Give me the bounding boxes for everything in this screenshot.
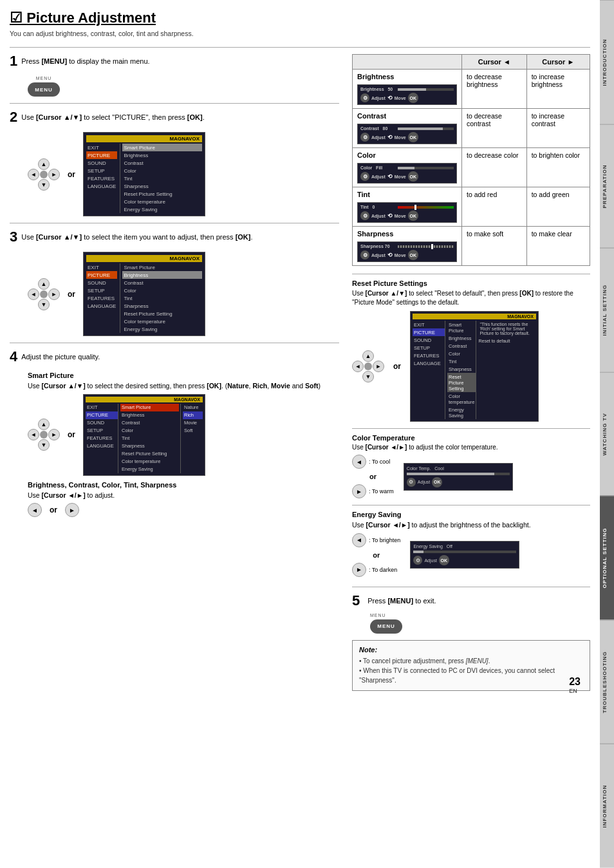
- menu-sound-2: SOUND: [86, 159, 117, 167]
- cursor-right-warm[interactable]: ►: [352, 484, 366, 498]
- rm-energy: Energy Saving: [447, 406, 476, 419]
- page-number: 23 EN: [569, 676, 581, 694]
- table-item-contrast: Contrast Contrast 80 ⚙ Adjust: [353, 109, 462, 148]
- side-tab-troubleshooting[interactable]: TROUBLESHOOTING: [600, 620, 614, 744]
- table-item-sharpness: Sharpness Sharpness 70: [353, 227, 462, 266]
- ok-btn-colortemp[interactable]: OK: [432, 477, 442, 487]
- rm-colortemp: Color temperature: [447, 392, 476, 406]
- step-1-text: Press [MENU] to display the main menu.: [21, 54, 149, 66]
- main-content: ☑ Picture Adjustment You can adjust brig…: [0, 0, 600, 701]
- arrow-down-reset[interactable]: ▼: [362, 371, 374, 382]
- arrow-down-smart[interactable]: ▼: [38, 439, 50, 451]
- energy-bar: Energy Saving Off ⚙ Adjust OK: [410, 541, 519, 569]
- menu-exit-3: EXIT: [86, 263, 117, 271]
- msub-contrast-3: Contrast: [122, 279, 202, 287]
- arrow-left-reset[interactable]: ◄: [352, 361, 364, 372]
- msub-smart-2: Smart Picture: [122, 144, 202, 151]
- menu-button-1[interactable]: MENU: [28, 82, 60, 97]
- rm-picture: PICTURE: [413, 328, 445, 336]
- arrow-up-btn-3[interactable]: ▲: [38, 278, 50, 290]
- rm-sharp: Sharpness: [447, 365, 476, 373]
- ok-btn-contrast[interactable]: OK: [408, 132, 418, 142]
- ok-btn-energy[interactable]: OK: [439, 555, 449, 565]
- cursor-right-brightness[interactable]: ►: [65, 503, 79, 517]
- smart-picture-text: Use [Cursor ▲/▼] to select the desired s…: [28, 381, 339, 391]
- energy-darken-row: ► : To darken: [352, 563, 400, 577]
- menu-setup-3: SETUP: [86, 287, 117, 294]
- brightness-section: Brightness, Contrast, Color, Tint, Sharp…: [28, 481, 339, 518]
- menu-language-2: LANGUAGE: [86, 182, 117, 190]
- side-tab-information[interactable]: INFORMATION: [600, 744, 614, 868]
- energy-arrows: ◄ : To brighten or ► : To darken: [352, 533, 400, 577]
- gear-icon-contrast: ⚙: [360, 133, 369, 142]
- center-dot-smart: [40, 431, 48, 439]
- cursor-left-cool[interactable]: ◄: [352, 455, 366, 469]
- arrow-left-btn-3[interactable]: ◄: [28, 288, 39, 300]
- arrow-right-btn-2[interactable]: ►: [48, 169, 60, 180]
- msub-smart-3: Smart Picture: [122, 263, 202, 271]
- tint-adj-bar: Tint 0 ⚙ Adjust ⟲: [357, 202, 457, 223]
- ok-btn-tint[interactable]: OK: [408, 211, 418, 221]
- menu-screenshot-2: MAGNAVOX EXIT PICTURE SOUND SETUP FEATUR…: [83, 132, 205, 216]
- reset-confirm-text: "This function resets the 'Rich' setting…: [478, 321, 536, 337]
- arrow-right-smart[interactable]: ►: [48, 429, 60, 440]
- gear-icon-sharp: ⚙: [360, 250, 369, 259]
- sm-setup: SETUP: [86, 427, 118, 435]
- side-tab-watching-tv[interactable]: WATCHING TV: [600, 372, 614, 496]
- menu-screenshot-3: MAGNAVOX EXIT PICTURE SOUND SETUP FEATUR…: [83, 252, 205, 336]
- left-column: 1 Press [MENU] to display the main menu.…: [10, 54, 339, 691]
- temp-cool-row: ◄ : To cool: [352, 455, 394, 469]
- brightness-illustration: ◄ or ►: [28, 503, 339, 517]
- msub-reset-2: Reset Picture Setting: [122, 190, 202, 198]
- reset-heading: Reset Picture Settings: [352, 274, 590, 287]
- table-row-contrast: Contrast Contrast 80 ⚙ Adjust: [353, 109, 590, 148]
- side-tab-introduction[interactable]: INTRODUCTION: [600, 0, 614, 124]
- ok-btn-brightness[interactable]: OK: [408, 93, 418, 103]
- msub-tint-3: Tint: [122, 294, 202, 302]
- msub-sharp-2: Sharpness: [122, 182, 202, 190]
- msub-colortemp-3: Color temperature: [122, 317, 202, 325]
- rm-color: Color: [447, 350, 476, 357]
- side-tab-optional-setting[interactable]: OPTIONAL SETTING: [600, 496, 614, 620]
- brightness-adj-bar: Brightness 50 ⚙ Adjust ⟲ Move OK: [357, 84, 457, 105]
- menu-button-5[interactable]: MENU: [370, 619, 402, 634]
- sm-picture: PICTURE: [86, 411, 118, 419]
- cursor-right-darken[interactable]: ►: [352, 563, 366, 577]
- sm-sharp: Sharpness: [120, 442, 179, 450]
- arrow-left-smart[interactable]: ◄: [28, 429, 39, 440]
- rm-contrast: Contrast: [447, 342, 476, 350]
- sm-tint: Tint: [120, 435, 179, 442]
- gear-icon-colortemp: ⚙: [407, 478, 416, 487]
- gear-icon-color: ⚙: [360, 172, 369, 181]
- arrow-down-btn-3[interactable]: ▼: [38, 299, 50, 310]
- arrow-right-reset[interactable]: ►: [373, 361, 384, 372]
- cursor-left-brightness[interactable]: ◄: [28, 503, 42, 517]
- sm-bright: Brightness: [120, 411, 179, 419]
- reset-brand: MAGNAVOX: [413, 314, 536, 319]
- color-temp-illustration: ◄ : To cool or ► : To warm Color Temp. C…: [352, 455, 590, 498]
- side-tab-preparation[interactable]: PREPARATION: [600, 124, 614, 249]
- arrow-left-btn-2[interactable]: ◄: [28, 169, 39, 180]
- center-dot-reset: [364, 363, 372, 370]
- temp-arrows: ◄ : To cool or ► : To warm: [352, 455, 394, 498]
- table-left-brightness: to decrease brightness: [462, 70, 527, 109]
- side-tab-initial-setting[interactable]: INITIAL SETTING: [600, 248, 614, 372]
- sm-features: FEATURES: [86, 435, 118, 442]
- table-left-contrast: to decrease contrast: [462, 109, 527, 148]
- step-4-text: Adjust the picture quality.: [21, 350, 100, 362]
- arrow-up-smart[interactable]: ▲: [38, 419, 50, 430]
- arrow-up-reset[interactable]: ▲: [362, 350, 374, 362]
- ok-btn-sharp[interactable]: OK: [408, 250, 418, 260]
- color-temp-heading: Color Temperature: [352, 428, 590, 442]
- energy-heading: Energy Saving: [352, 505, 590, 518]
- arrow-right-btn-3[interactable]: ►: [48, 288, 60, 300]
- ok-btn-color[interactable]: OK: [408, 171, 418, 182]
- menu-label-1: MENU: [36, 76, 52, 80]
- energy-illustration: ◄ : To brighten or ► : To darken Energy …: [352, 533, 590, 577]
- step-5-number: 5: [352, 594, 360, 608]
- menu-brand-2: MAGNAVOX: [86, 135, 202, 142]
- rm-features: FEATURES: [413, 352, 445, 359]
- arrow-down-btn-2[interactable]: ▼: [38, 179, 50, 191]
- cursor-left-energy[interactable]: ◄: [352, 533, 366, 547]
- arrow-up-btn-2[interactable]: ▲: [38, 158, 50, 170]
